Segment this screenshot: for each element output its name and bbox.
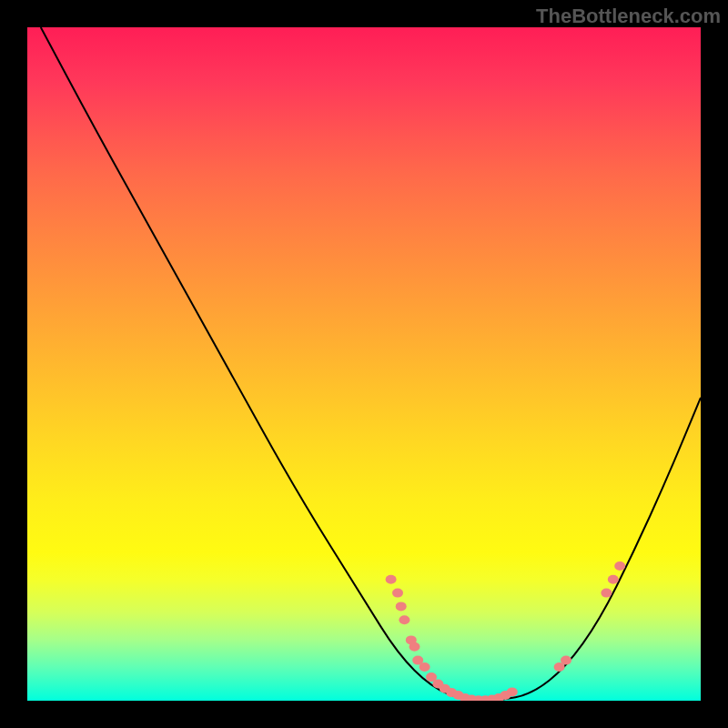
data-markers (386, 561, 626, 701)
curve-line (41, 27, 701, 701)
data-marker (410, 642, 420, 652)
data-marker (399, 615, 410, 624)
curve-svg (27, 27, 701, 701)
watermark-text: TheBottleneck.com (536, 5, 721, 28)
data-marker (420, 662, 430, 672)
data-marker (614, 561, 625, 571)
data-marker (507, 687, 518, 696)
plot-area (27, 27, 701, 701)
data-marker (396, 602, 407, 611)
chart-container: TheBottleneck.com (0, 0, 728, 728)
bottleneck-curve (41, 27, 701, 701)
data-marker (392, 589, 403, 598)
data-marker (601, 589, 612, 598)
data-marker (561, 656, 571, 665)
data-marker (608, 575, 619, 584)
data-marker (386, 575, 397, 584)
